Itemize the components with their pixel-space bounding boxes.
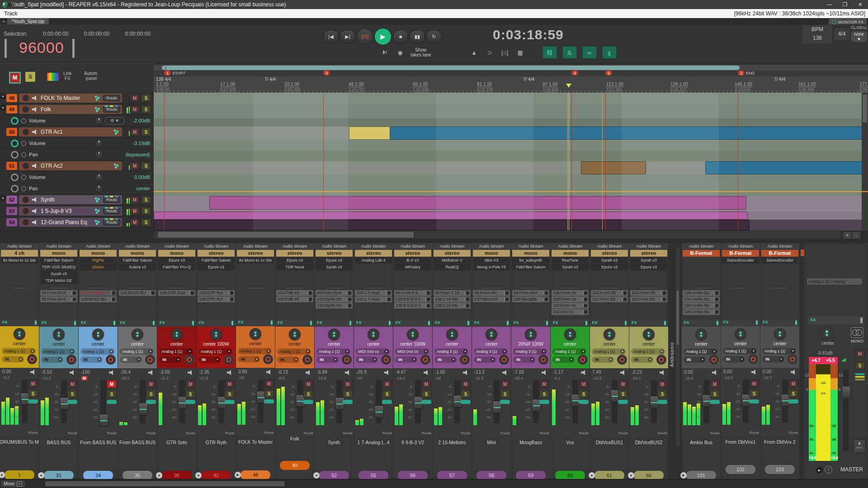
strip-number[interactable]: 56 bbox=[398, 471, 428, 480]
horizontal-scrollbar[interactable] bbox=[154, 231, 841, 239]
mute-button[interactable]: M bbox=[343, 380, 353, 388]
record-arm-button[interactable] bbox=[224, 355, 234, 365]
fx-slot[interactable]: PigPie bbox=[80, 257, 117, 263]
volume-value[interactable]: 3.80 bbox=[238, 369, 247, 374]
marker-4[interactable]: 4 bbox=[571, 70, 578, 75]
metronome-icon[interactable]: ▲ bbox=[469, 48, 479, 56]
collapse-arrow-icon[interactable]: ▼ bbox=[0, 195, 6, 201]
fader-thumb[interactable] bbox=[138, 403, 148, 415]
route-pill[interactable] bbox=[303, 400, 313, 404]
selection-value-1[interactable]: 0:00:00:00 bbox=[84, 31, 109, 37]
group-collapse-button[interactable]: ▼ bbox=[195, 472, 202, 479]
route-button[interactable]: Route bbox=[103, 208, 120, 214]
track-number[interactable]: 54 bbox=[6, 218, 17, 226]
channel-type-badge[interactable]: stereo bbox=[316, 250, 353, 257]
mute-button[interactable]: M bbox=[500, 380, 510, 388]
channel-type-badge[interactable]: B-Format bbox=[761, 250, 798, 257]
volume-value[interactable]: -2.23 bbox=[632, 370, 642, 375]
track-row[interactable]: ▼48FOLK To MasterRouteMS bbox=[0, 93, 154, 104]
volume-value[interactable]: -20.4 bbox=[120, 370, 131, 375]
fader-thumb[interactable] bbox=[374, 405, 384, 418]
mute-button[interactable]: M bbox=[303, 380, 313, 388]
media-item[interactable] bbox=[349, 127, 391, 140]
fx-row[interactable]: FX bbox=[354, 319, 393, 327]
route-pill[interactable] bbox=[461, 400, 471, 404]
input-selector[interactable]: Analog 1 (1) bbox=[552, 348, 586, 355]
volume-value[interactable]: -1.65 bbox=[435, 370, 445, 375]
route-pill[interactable] bbox=[500, 400, 510, 404]
fx-row[interactable]: FX bbox=[275, 319, 314, 327]
record-arm-button[interactable] bbox=[617, 355, 627, 365]
receive-slot[interactable]: 136:2 15-Me bbox=[434, 296, 471, 302]
route-pill[interactable] bbox=[264, 399, 274, 404]
record-arm-button[interactable] bbox=[66, 355, 76, 365]
channel-type-badge[interactable]: mono bbox=[80, 250, 117, 257]
route-pill[interactable] bbox=[28, 399, 38, 404]
strip-number[interactable]: 35 bbox=[123, 471, 152, 480]
autom-panel-label[interactable]: Autom. panel bbox=[84, 71, 99, 81]
pan-knob[interactable] bbox=[446, 328, 458, 340]
route-pill[interactable] bbox=[657, 400, 667, 404]
input-selector[interactable]: Analog 1 (1) bbox=[198, 348, 232, 355]
receive-slot[interactable]: 132:Folk tr5 bbox=[276, 296, 313, 302]
channel-type-badge[interactable]: B-Format bbox=[683, 250, 720, 257]
fx-slot[interactable]: Epure v3 bbox=[276, 257, 313, 263]
fx-slot[interactable]: Distox bbox=[80, 264, 117, 270]
volume-fader[interactable] bbox=[415, 380, 421, 423]
master-fx-row[interactable]: FX bbox=[808, 316, 864, 324]
takes-play-icon[interactable]: ⏵/ bbox=[380, 48, 390, 56]
mixer-docker-tab[interactable]: Mixer ✕ bbox=[1, 480, 25, 487]
go-end-button[interactable]: ▶| bbox=[340, 30, 355, 43]
solo-button[interactable]: S bbox=[141, 94, 151, 102]
strip-name[interactable]: DRUMSBUS To M bbox=[0, 436, 39, 464]
takes-eye-icon[interactable]: ◉ bbox=[395, 48, 405, 56]
envelope-gear-button[interactable]: ⚙ ▼ bbox=[105, 117, 125, 125]
input-fx-button[interactable]: IN bbox=[592, 357, 614, 363]
solo-button[interactable]: S bbox=[141, 128, 151, 136]
track-row[interactable]: Pancenter bbox=[0, 183, 154, 194]
strip-name[interactable]: From DblVox1 bbox=[721, 436, 760, 464]
route-pill[interactable] bbox=[749, 399, 759, 404]
channel-type-badge[interactable]: stereo bbox=[237, 250, 274, 257]
zoom-out-button[interactable]: - bbox=[852, 231, 861, 239]
mute-button[interactable]: M bbox=[461, 380, 471, 388]
volume-value[interactable]: 0.00 bbox=[763, 369, 771, 374]
record-arm-button[interactable] bbox=[263, 354, 273, 364]
group-collapse-button[interactable]: ▼ bbox=[589, 472, 595, 479]
master-mono-button[interactable]: MONO bbox=[850, 327, 864, 343]
input-selector[interactable]: Analog 3 (1) bbox=[513, 348, 547, 355]
pan-knob[interactable] bbox=[171, 328, 183, 340]
receive-slot[interactable]: 34:From BAS bbox=[40, 290, 77, 296]
master-mute-button[interactable]: M bbox=[9, 72, 21, 84]
samplerate-display[interactable]: 96000 bbox=[19, 39, 69, 56]
solo-button[interactable]: S bbox=[579, 390, 589, 398]
volume-value[interactable]: -1.17 bbox=[553, 370, 563, 375]
strip-name[interactable]: Synth bbox=[315, 436, 354, 465]
fx-slot[interactable]: Mini V3 bbox=[473, 257, 510, 263]
arrange-view[interactable] bbox=[154, 93, 868, 230]
fx-row[interactable]: FX bbox=[197, 319, 236, 327]
region-bar[interactable]: 1 bbox=[162, 66, 740, 70]
selection-value-0[interactable]: 0:00:00:00 bbox=[43, 31, 69, 37]
mute-button[interactable]: M bbox=[146, 380, 156, 388]
fx-slot[interactable]: B-3 V2 bbox=[394, 257, 431, 263]
track-name-area[interactable]: FOLK To MasterRoute bbox=[19, 94, 122, 103]
record-arm-button[interactable] bbox=[27, 354, 37, 364]
input-selector[interactable]: Analog 1 (1) bbox=[277, 348, 311, 355]
strip-number[interactable]: 101 bbox=[686, 471, 716, 480]
envelope-power-icon[interactable] bbox=[21, 118, 26, 123]
input-fx-button[interactable]: IN bbox=[159, 357, 181, 363]
fx-slot[interactable]: Solera v3 bbox=[119, 264, 156, 270]
channel-type-badge[interactable]: mono bbox=[119, 250, 156, 257]
title-bar[interactable]: Youth_Spat [modified] - REAPER v6.15/x64… bbox=[0, 0, 868, 9]
volume-value[interactable]: -2.35 bbox=[199, 370, 209, 375]
channel-type-badge[interactable]: stereo bbox=[591, 250, 628, 257]
strip-name[interactable]: Mini bbox=[472, 436, 511, 465]
bpm-box[interactable]: BPM138 bbox=[802, 25, 832, 43]
volume-fader[interactable] bbox=[782, 380, 788, 423]
receive-slot[interactable]: 135:9 9-B-3 V bbox=[394, 303, 431, 309]
mute-button[interactable]: M bbox=[788, 380, 798, 388]
pan-knob[interactable] bbox=[695, 328, 707, 340]
receive-slot[interactable]: 110:From Vo bbox=[552, 303, 589, 309]
mute-button[interactable]: M bbox=[130, 162, 140, 170]
